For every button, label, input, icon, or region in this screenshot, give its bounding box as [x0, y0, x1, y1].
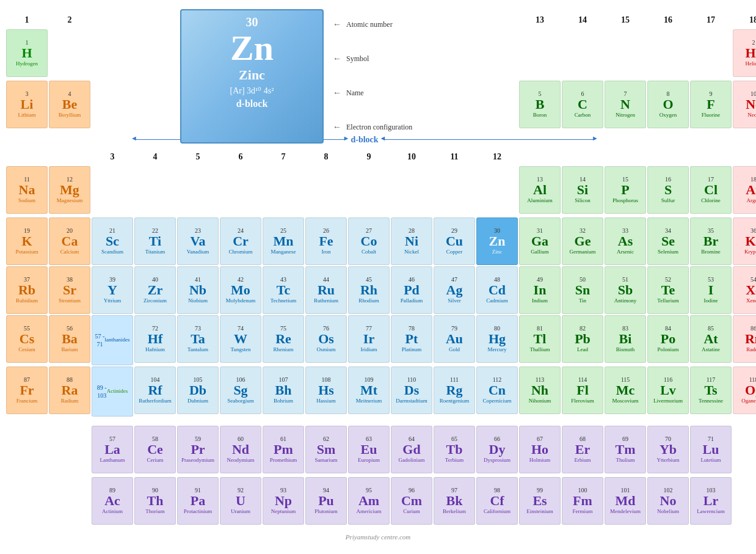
element-cr: 24CrChromium [220, 217, 261, 265]
col-header-13: 13 [519, 12, 561, 27]
element-name-tm: Thulium [616, 457, 635, 464]
element-b: 5BBoron [519, 81, 561, 128]
element-ta: 73TaTantalum [177, 315, 219, 363]
element-au: 79AuGold [434, 315, 475, 363]
element-lu: 71LuLutetium [690, 426, 732, 473]
sg-8: 8 [305, 149, 347, 164]
element-symbol-er: Er [575, 443, 590, 456]
lanthanide-section: 57LaLanthanum58CeCerium59PrPraseodymium6… [6, 426, 750, 476]
element-name-kr: Krypton [744, 249, 756, 256]
element-name-hs: Hassium [316, 398, 336, 405]
empty-cell [434, 166, 475, 216]
element-symbol-cr: Cr [233, 235, 249, 248]
element-symbol-at: At [703, 332, 718, 346]
element-symbol-fr: Fr [20, 384, 34, 397]
element-symbol-cs: Cs [20, 332, 34, 346]
element-name-lr: Lawrencium [697, 508, 724, 516]
element-symbol-b: B [536, 98, 545, 111]
element-c: 6CCarbon [562, 81, 603, 128]
sg-11: 11 [434, 149, 475, 164]
element-rb: 37RbRubidium [6, 266, 48, 314]
empty-cell [134, 29, 176, 79]
element-symbol-ge: Ge [575, 235, 591, 248]
empty-cell [92, 81, 133, 131]
element-name-au: Gold [449, 346, 460, 354]
element-name-ac: Actinium [102, 508, 123, 516]
element-lv: 116LvLivermorium [647, 366, 689, 414]
element-sb: 51SbAntimony [605, 266, 646, 314]
element-mn: 25MnManganese [263, 217, 304, 265]
element-symbol-ca: Ca [62, 235, 78, 248]
element-symbol-fl: Fl [576, 384, 589, 397]
legend-card: 30 Zn Zinc [Ar] 3d¹⁰ 4s² d-block [180, 9, 324, 144]
actinide-placeholder: 89 -103Actinides [92, 366, 133, 417]
empty-cell [690, 29, 732, 79]
element-yb: 70YbYtterbium [647, 426, 689, 473]
sg-5: 5 [177, 149, 219, 164]
legend-name: Zinc [186, 67, 318, 83]
element-mg: 12MgMagnesium [49, 166, 90, 214]
element-symbol-ne: Ne [746, 98, 756, 111]
element-symbol-ho: Ho [531, 443, 548, 456]
col-header-1: 1 [6, 12, 48, 27]
element-name-cd: Cadmium [486, 297, 508, 305]
element-md: 101MdMendelevium [605, 477, 646, 525]
element-eu: 63EuEuropium [348, 426, 390, 473]
table-row-6: 55CsCesium56BaBarium57 -71lanthanides72H… [6, 315, 750, 365]
element-name-ta: Tantalum [187, 346, 208, 354]
element-re: 75ReRhenium [263, 315, 304, 363]
element-xe: 54XeXenon [733, 266, 756, 314]
element-name-ce: Cerium [147, 457, 164, 464]
legend-atomic-number: 30 [186, 15, 318, 29]
legend-symbol: Zn [186, 31, 318, 66]
element-si: 14SiSilicon [562, 166, 603, 214]
empty-cell [134, 81, 176, 131]
element-symbol-o: O [663, 98, 673, 111]
element-lr: 103LrLawrencium [690, 477, 732, 525]
element-symbol-li: Li [21, 98, 34, 111]
element-name-nb: Niobium [188, 297, 208, 305]
element-nd: 60NdNeodymium [220, 426, 261, 473]
element-name-mc: Moscovium [612, 398, 638, 405]
empty-cell [391, 166, 432, 216]
sg-7: 7 [263, 149, 304, 164]
element-p: 15PPhosphorus [605, 166, 646, 214]
empty-cell [647, 29, 689, 79]
element-v: 23VaVanadium [177, 217, 219, 265]
element-co: 27CoCobalt [348, 217, 390, 265]
element-pd: 46PdPalladium [391, 266, 432, 314]
element-name-s: Sulfur [661, 197, 675, 205]
element-la: 57LaLanthanum [92, 426, 133, 473]
element-np: 93NpNeptunium [263, 477, 304, 525]
element-cl: 17ClChlorine [690, 166, 732, 214]
element-name-ts: Tennessine [699, 398, 723, 405]
element-am: 95AmAmericium [348, 477, 390, 525]
element-symbol-np: Np [275, 494, 292, 508]
element-rg: 111RgRoentgenium [434, 366, 475, 414]
arrow-icon-4: ← [333, 122, 341, 132]
element-symbol-k: K [21, 235, 32, 248]
empty-cell [134, 166, 176, 216]
element-name-sm: Samarium [315, 457, 338, 464]
element-name-ru: Ruthenium [314, 297, 338, 305]
element-symbol-ts: Ts [704, 384, 717, 397]
element-cs: 55CsCesium [6, 315, 48, 363]
element-symbol-md: Md [616, 494, 636, 508]
element-name-hf: Hafnium [145, 346, 165, 354]
element-symbol-se: Se [661, 235, 675, 248]
table-row-5: 37RbRubidium38SrStrontium39YYttrium40ZrZ… [6, 266, 750, 314]
col-header-16: 16 [647, 12, 689, 27]
element-symbol-nh: Nh [531, 384, 548, 397]
element-name-te: Tellurium [657, 297, 678, 305]
empty-cell [6, 477, 48, 527]
element-es: 99EsEinsteinium [519, 477, 561, 525]
element-symbol-ds: Ds [404, 384, 419, 397]
element-u: 92UUranium [220, 477, 261, 525]
element-sr: 38SrStrontium [49, 266, 90, 314]
element-symbol-po: Po [661, 332, 675, 346]
element-name-cu: Copper [446, 249, 463, 256]
element-symbol-nb: Nb [189, 283, 206, 297]
element-mo: 42MoMolybdenum [220, 266, 261, 314]
element-name-he: Helium [746, 60, 757, 68]
element-name-cn: Copernicium [483, 398, 512, 405]
